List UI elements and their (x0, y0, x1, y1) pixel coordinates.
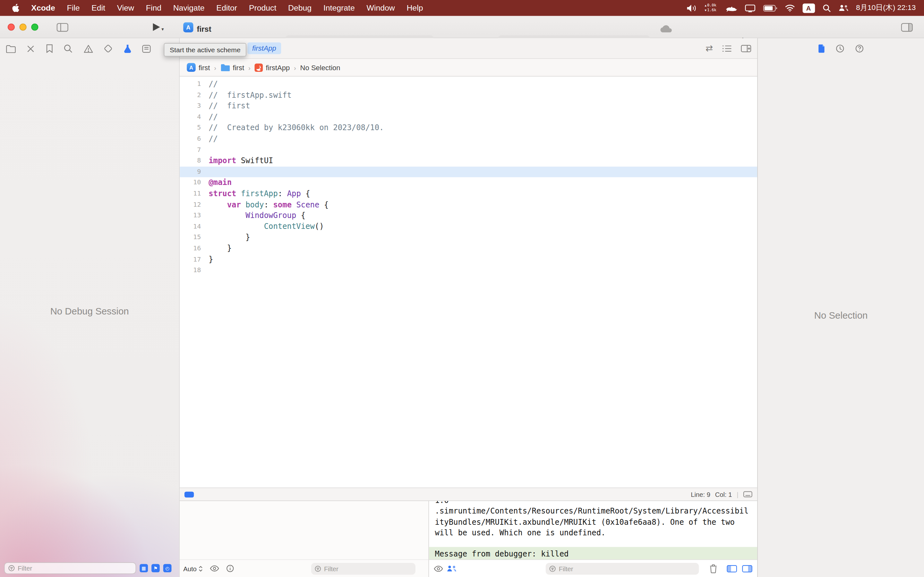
menu-navigate[interactable]: Navigate (167, 3, 210, 13)
code-line[interactable]: 4// (180, 112, 757, 123)
line-number[interactable]: 5 (180, 123, 201, 134)
quicklook-eye-icon[interactable] (210, 565, 219, 572)
code-review-icon[interactable] (743, 491, 752, 498)
line-number[interactable]: 1 (180, 79, 201, 90)
run-button[interactable]: ▾ (152, 23, 164, 32)
line-number[interactable]: 17 (180, 254, 201, 265)
code-line[interactable]: 18 (180, 265, 757, 276)
editor-tab-firstapp[interactable]: firstApp (247, 42, 281, 54)
line-number[interactable]: 16 (180, 243, 201, 254)
code-line[interactable]: 5// Created by k23060kk on 2023/08/10. (180, 123, 757, 134)
line-number[interactable]: 9 (180, 166, 201, 177)
line-number[interactable]: 14 (180, 221, 201, 232)
line-number[interactable]: 2 (180, 90, 201, 101)
breadcrumb-selection[interactable]: No Selection (300, 63, 341, 71)
line-number[interactable]: 10 (180, 177, 201, 188)
code-line[interactable]: 9 (180, 166, 757, 177)
variables-scope-select[interactable]: Auto (183, 565, 202, 572)
issue-navigator-icon[interactable] (83, 45, 93, 53)
network-monitor[interactable]: 0.0k 1.6k (705, 3, 716, 13)
console-filter-input[interactable] (559, 565, 696, 572)
project-navigator-icon[interactable] (6, 45, 16, 53)
menu-xcode[interactable]: Xcode (25, 3, 61, 13)
add-editor-icon[interactable] (741, 45, 751, 52)
menu-view[interactable]: View (111, 3, 140, 13)
breadcrumb-file[interactable]: firstApp (255, 63, 290, 71)
menu-editor[interactable]: Editor (210, 3, 243, 13)
menu-help[interactable]: Help (401, 3, 429, 13)
code-line[interactable]: 6// (180, 134, 757, 145)
cloud-status-icon[interactable] (660, 25, 672, 33)
console-filter-field[interactable] (546, 562, 699, 574)
trash-icon[interactable] (709, 564, 717, 573)
code-line[interactable]: 15 } (180, 232, 757, 243)
line-number[interactable]: 8 (180, 155, 201, 166)
quicklook-eye-icon[interactable] (434, 565, 443, 572)
line-number[interactable]: 4 (180, 112, 201, 123)
related-items-icon[interactable]: ⇄ (706, 43, 713, 53)
menu-debug[interactable]: Debug (282, 3, 318, 13)
toggle-variables-view-icon[interactable] (727, 564, 737, 572)
line-number[interactable]: 13 (180, 210, 201, 221)
source-control-navigator-icon[interactable] (27, 45, 35, 53)
file-inspector-icon[interactable] (818, 44, 825, 53)
debug-navigator-icon[interactable] (124, 44, 131, 53)
battery-icon[interactable] (763, 5, 777, 11)
code-line[interactable]: 3// first (180, 101, 757, 111)
test-navigator-icon[interactable] (103, 44, 113, 53)
breadcrumb-group[interactable]: first (220, 63, 244, 71)
menu-product[interactable]: Product (243, 3, 282, 13)
console-output-scope-icon[interactable] (447, 564, 457, 572)
source-editor[interactable]: 1//2// firstApp.swift3// first4//5// Cre… (180, 77, 757, 488)
line-number[interactable]: 3 (180, 101, 201, 111)
code-line[interactable]: 1// (180, 79, 757, 90)
code-line[interactable]: 7 (180, 145, 757, 155)
navigator-filter-input[interactable] (18, 564, 132, 572)
toggle-inspector-button[interactable] (901, 23, 913, 32)
minimap-outline-icon[interactable] (722, 45, 732, 52)
code-line[interactable]: 11struct firstApp: App { (180, 189, 757, 199)
line-number[interactable]: 11 (180, 189, 201, 199)
display-icon[interactable] (745, 4, 755, 12)
minimize-button[interactable] (19, 23, 27, 31)
filter-recent-toggle-icon[interactable]: ◴ (163, 564, 172, 572)
breadcrumb-project[interactable]: A first (187, 63, 210, 72)
fast-user-switch-icon[interactable] (838, 4, 848, 12)
code-line[interactable]: 2// firstApp.swift (180, 90, 757, 101)
menu-integrate[interactable]: Integrate (318, 3, 361, 13)
filter-flag-toggle-icon[interactable]: ⚑ (152, 564, 160, 572)
variables-filter-field[interactable] (311, 562, 415, 574)
toggle-console-icon[interactable] (742, 564, 752, 572)
history-inspector-icon[interactable] (835, 44, 845, 53)
code-line[interactable]: 10@main (180, 177, 757, 188)
apple-menu[interactable] (6, 3, 25, 13)
filter-grid-toggle-icon[interactable]: ▦ (140, 564, 148, 572)
focus-editor-icon[interactable] (184, 492, 194, 497)
help-inspector-icon[interactable] (855, 44, 864, 53)
console-pane[interactable]: 1.0 .simruntime/Contents/Resources/Runti… (428, 500, 757, 577)
info-icon[interactable] (226, 564, 234, 572)
navigator-filter-field[interactable] (4, 562, 136, 574)
line-number[interactable]: 15 (180, 232, 201, 243)
toggle-navigator-button[interactable] (57, 23, 68, 32)
report-navigator-icon[interactable] (142, 45, 151, 53)
code-line[interactable]: 12 var body: some Scene { (180, 199, 757, 210)
menu-window[interactable]: Window (360, 3, 401, 13)
line-number[interactable]: 6 (180, 134, 201, 145)
input-source-menu[interactable]: A (803, 3, 815, 13)
code-line[interactable]: 16 } (180, 243, 757, 254)
close-button[interactable] (8, 23, 15, 31)
wifi-icon[interactable] (785, 4, 795, 12)
code-line[interactable]: 17} (180, 254, 757, 265)
find-navigator-icon[interactable] (64, 44, 73, 53)
menu-clock[interactable]: 8月10日(木) 22:13 (856, 3, 916, 13)
code-line[interactable]: 14 ContentView() (180, 221, 757, 232)
zoom-button[interactable] (31, 23, 38, 31)
line-number[interactable]: 18 (180, 265, 201, 276)
menu-file[interactable]: File (61, 3, 86, 13)
menu-find[interactable]: Find (140, 3, 167, 13)
code-line[interactable]: 8import SwiftUI (180, 155, 757, 166)
spotlight-icon[interactable] (822, 4, 830, 12)
code-line[interactable]: 13 WindowGroup { (180, 210, 757, 221)
line-number[interactable]: 12 (180, 199, 201, 210)
